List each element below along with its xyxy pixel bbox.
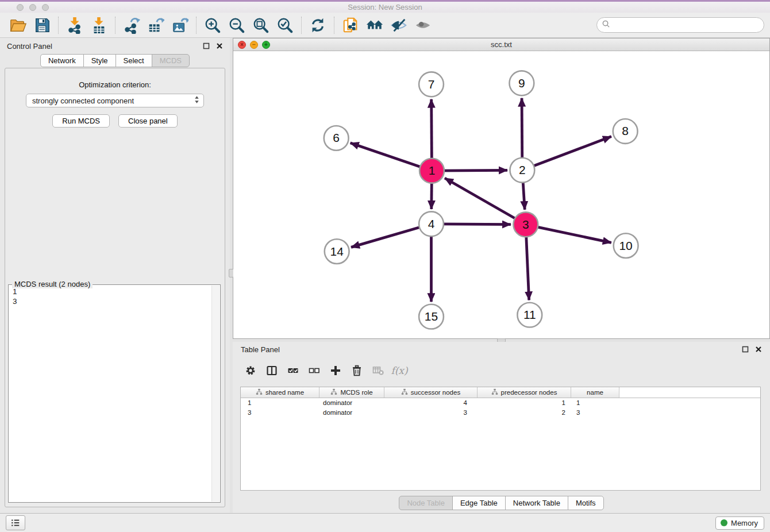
- column-header-MCDS-role[interactable]: MCDS role: [319, 387, 384, 398]
- graph-node-4[interactable]: 4: [419, 211, 444, 236]
- graph-node-8[interactable]: 8: [613, 119, 638, 144]
- column-header-shared-name[interactable]: shared name: [241, 387, 319, 398]
- network-window-minimize-button[interactable]: −: [250, 41, 258, 49]
- run-mcds-button[interactable]: Run MCDS: [52, 114, 110, 128]
- tree-icon: [330, 388, 337, 396]
- table-row[interactable]: 1dominator411: [241, 398, 760, 408]
- column-header-predecessor-nodes[interactable]: predecessor nodes: [478, 387, 571, 398]
- select-all-icon[interactable]: [287, 364, 299, 377]
- criterion-dropdown[interactable]: strongly connected component: [26, 94, 204, 107]
- zoom-fit-icon[interactable]: [252, 16, 270, 34]
- graph-node-1[interactable]: 1: [419, 159, 444, 183]
- graph-node-15[interactable]: 15: [419, 304, 444, 329]
- graph-node-11[interactable]: 11: [517, 303, 542, 327]
- network-window-title: scc.txt: [491, 40, 512, 49]
- graph-edge-3-10[interactable]: [526, 225, 611, 242]
- show-all-icon[interactable]: [414, 16, 432, 34]
- graph-edge-2-8[interactable]: [522, 137, 611, 171]
- tree-icon: [491, 388, 498, 396]
- graph-edge-3-1[interactable]: [445, 178, 526, 225]
- close-panel-icon[interactable]: [755, 346, 762, 353]
- table-cell[interactable]: 4: [384, 399, 478, 406]
- save-session-icon[interactable]: [33, 16, 51, 34]
- column-header-successor-nodes[interactable]: successor nodes: [384, 387, 478, 398]
- memory-button[interactable]: Memory: [715, 516, 764, 530]
- graph-node-9[interactable]: 9: [509, 71, 534, 95]
- tab-edge-table[interactable]: Edge Table: [452, 496, 506, 510]
- mcds-result-text[interactable]: 13: [9, 286, 211, 502]
- window-close-button[interactable]: [17, 4, 24, 11]
- zoom-selected-icon[interactable]: [276, 16, 294, 34]
- graph-node-2[interactable]: 2: [510, 158, 534, 183]
- dropdown-stepper-icon: [194, 95, 199, 106]
- tab-mcds[interactable]: MCDS: [152, 54, 190, 67]
- table-cell[interactable]: 1: [241, 399, 319, 406]
- tab-style[interactable]: Style: [83, 54, 116, 67]
- table-cell[interactable]: 1: [571, 399, 619, 406]
- home-view-icon[interactable]: [365, 16, 384, 34]
- search-box[interactable]: [596, 17, 764, 33]
- network-graph[interactable]: 7968124314101511: [233, 51, 769, 338]
- columns-icon[interactable]: [265, 364, 278, 377]
- tab-node-table[interactable]: Node Table: [399, 496, 453, 510]
- float-panel-icon[interactable]: [742, 346, 749, 353]
- result-line: 3: [13, 297, 208, 307]
- network-window-zoom-button[interactable]: +: [262, 41, 270, 49]
- column-header-name[interactable]: name: [571, 387, 619, 398]
- column-label: successor nodes: [411, 389, 460, 396]
- duplicate-network-icon[interactable]: [341, 16, 360, 34]
- search-input[interactable]: [613, 21, 759, 29]
- table-cell[interactable]: dominator: [319, 409, 384, 416]
- zoom-out-icon[interactable]: [228, 16, 246, 34]
- network-window-close-button[interactable]: ×: [238, 41, 246, 49]
- add-column-icon[interactable]: [329, 364, 342, 377]
- close-panel-icon[interactable]: [216, 43, 223, 49]
- result-scrollbar[interactable]: [211, 286, 220, 502]
- export-network-icon[interactable]: [122, 16, 141, 34]
- open-file-icon[interactable]: [9, 16, 27, 34]
- refresh-icon[interactable]: [309, 16, 327, 34]
- export-table-icon[interactable]: [147, 16, 165, 34]
- table-cell[interactable]: 1: [478, 399, 571, 406]
- delete-column-icon[interactable]: [351, 364, 363, 377]
- float-panel-icon[interactable]: [203, 43, 210, 49]
- svg-text:9: 9: [518, 76, 525, 90]
- graph-node-7[interactable]: 7: [419, 72, 444, 97]
- zoom-in-icon[interactable]: [203, 16, 222, 34]
- tree-icon: [401, 388, 408, 396]
- window-minimize-button[interactable]: [29, 4, 36, 11]
- table-cell[interactable]: 2: [478, 409, 571, 416]
- table-cell[interactable]: 3: [571, 409, 619, 416]
- graph-node-10[interactable]: 10: [614, 233, 638, 258]
- svg-text:3: 3: [522, 218, 529, 231]
- graph-node-3[interactable]: 3: [513, 212, 538, 237]
- tab-select[interactable]: Select: [116, 54, 152, 67]
- toolbar-separator: [301, 17, 302, 34]
- import-table-icon[interactable]: [90, 16, 108, 34]
- main-toolbar: [0, 13, 770, 38]
- toolbar-separator: [58, 17, 59, 34]
- window-zoom-button[interactable]: [42, 4, 49, 11]
- table-row[interactable]: 3dominator323: [241, 408, 760, 418]
- table-cell[interactable]: 3: [241, 409, 319, 416]
- graph-node-6[interactable]: 6: [324, 126, 349, 151]
- table-cell[interactable]: 3: [384, 409, 478, 416]
- tab-network[interactable]: Network: [40, 54, 84, 67]
- workspace: Control Panel NetworkStyleSelectMCDS Opt…: [0, 38, 770, 513]
- table-cell[interactable]: dominator: [319, 399, 384, 406]
- import-network-icon[interactable]: [66, 16, 84, 34]
- export-image-icon[interactable]: [171, 16, 189, 34]
- gear-icon[interactable]: [244, 364, 257, 377]
- deselect-all-icon[interactable]: [308, 364, 321, 377]
- hide-selected-icon[interactable]: [390, 16, 408, 34]
- toolbar-buttons: [6, 16, 435, 34]
- svg-text:10: 10: [619, 239, 633, 252]
- network-canvas[interactable]: 7968124314101511: [233, 51, 769, 338]
- tab-motifs[interactable]: Motifs: [568, 496, 604, 510]
- task-history-button[interactable]: [6, 515, 25, 530]
- graph-node-14[interactable]: 14: [325, 239, 349, 264]
- close-panel-button[interactable]: Close panel: [118, 114, 178, 128]
- svg-text:4: 4: [428, 217, 435, 230]
- tab-network-table[interactable]: Network Table: [505, 496, 568, 510]
- mcds-result-box: MCDS result (2 nodes) 13: [8, 284, 221, 503]
